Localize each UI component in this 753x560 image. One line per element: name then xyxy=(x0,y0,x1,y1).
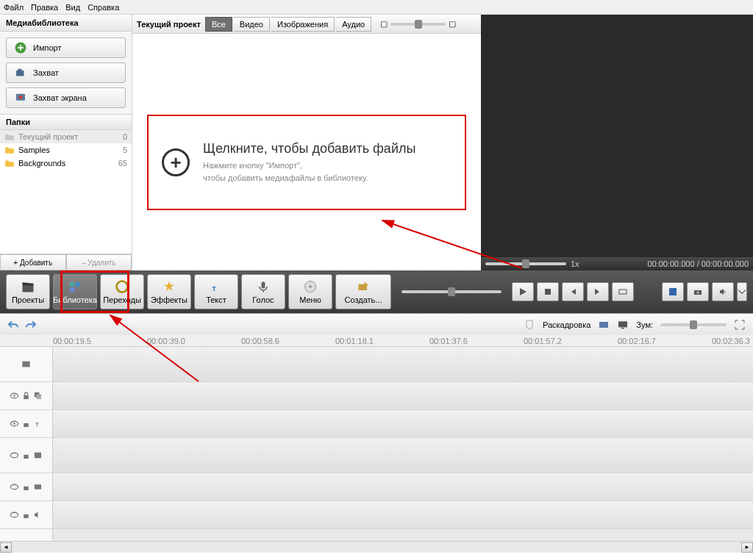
stop-button[interactable] xyxy=(537,282,559,301)
snapshot-button[interactable] xyxy=(687,282,709,301)
svg-rect-25 xyxy=(22,362,29,367)
svg-rect-12 xyxy=(262,281,265,288)
svg-point-35 xyxy=(10,453,18,458)
folder-backgrounds[interactable]: Backgrounds 65 xyxy=(0,157,132,170)
export-icon xyxy=(356,279,371,294)
lock-icon xyxy=(21,391,31,401)
library-button[interactable]: Библиотека xyxy=(53,274,97,309)
filter-audio[interactable]: Аудио xyxy=(336,17,371,32)
menu-help[interactable]: Справка xyxy=(88,3,119,12)
delete-folder-button[interactable]: – Удалить xyxy=(66,254,132,270)
filter-all[interactable]: Все xyxy=(205,17,232,32)
effects-button[interactable]: Эффекты xyxy=(147,274,191,309)
preview-seek-slider[interactable] xyxy=(485,262,566,265)
create-button[interactable]: Создать... xyxy=(335,274,391,309)
svg-point-4 xyxy=(19,96,23,99)
filter-video[interactable]: Видео xyxy=(234,17,270,32)
timeline-position-slider[interactable] xyxy=(402,290,502,293)
svg-rect-2 xyxy=(18,69,21,71)
svg-text:T: T xyxy=(212,285,216,292)
track-head-video2[interactable] xyxy=(0,438,52,473)
add-folder-button[interactable]: + Добавить xyxy=(0,254,66,270)
volume-dropdown[interactable] xyxy=(737,282,747,301)
clapboard-icon xyxy=(21,279,35,294)
horizontal-scrollbar[interactable]: ◄ ► xyxy=(0,541,753,553)
menu-view[interactable]: Вид xyxy=(65,3,80,12)
speaker-icon xyxy=(33,510,43,520)
media-area: Текущий проект Все Видео Изображения Ауд… xyxy=(132,15,481,270)
fit-zoom-icon[interactable] xyxy=(734,319,746,331)
folder-icon xyxy=(4,146,15,154)
timeline-ruler[interactable]: 00:00:19.5 00:00:39.0 00:00:58.6 00:01:1… xyxy=(0,335,753,347)
add-files-dropzone[interactable]: + Щелкните, чтобы добавить файлы Нажмите… xyxy=(147,115,466,210)
next-button[interactable] xyxy=(587,282,609,301)
svg-rect-9 xyxy=(70,288,74,292)
track-head-overlay[interactable] xyxy=(0,382,52,410)
fx-icon xyxy=(33,482,43,492)
lock-icon xyxy=(21,482,31,492)
track-row[interactable] xyxy=(53,382,753,410)
play-button[interactable] xyxy=(512,282,534,301)
transition-icon xyxy=(115,279,129,294)
monitor-icon[interactable] xyxy=(617,319,629,331)
svg-point-38 xyxy=(10,484,18,489)
next-icon xyxy=(593,287,602,296)
track-head-video-main[interactable] xyxy=(0,347,52,382)
svg-rect-22 xyxy=(599,322,608,328)
scroll-right-button[interactable]: ► xyxy=(741,542,753,553)
folder-samples[interactable]: Samples 5 xyxy=(0,143,132,157)
track-row[interactable] xyxy=(53,438,753,473)
track-row[interactable] xyxy=(53,501,753,529)
menu-edit[interactable]: Правка xyxy=(31,3,58,12)
timeline-toolbar: Раскадровка Зум: xyxy=(0,313,753,335)
track-row[interactable] xyxy=(53,347,753,382)
track-head-audio[interactable] xyxy=(0,501,52,529)
projects-button[interactable]: Проекты xyxy=(6,274,50,309)
thumb-small-icon: ▢ xyxy=(380,19,388,29)
prev-button[interactable] xyxy=(562,282,584,301)
capture-button[interactable]: Захват xyxy=(6,62,126,83)
svg-rect-6 xyxy=(23,285,34,292)
display-options-icon[interactable] xyxy=(598,319,610,331)
import-button[interactable]: Импорт xyxy=(6,37,126,58)
add-files-title: Щелкните, чтобы добавить файлы xyxy=(203,141,415,157)
speaker-icon xyxy=(718,287,727,296)
film-icon xyxy=(21,359,31,369)
svg-point-32 xyxy=(13,423,15,425)
text-button[interactable]: T Текст xyxy=(194,274,238,309)
eye-icon xyxy=(10,510,19,520)
transitions-button[interactable]: Переходы xyxy=(100,274,144,309)
thumbnail-size-slider[interactable] xyxy=(390,23,446,26)
camera-icon xyxy=(693,287,702,296)
play-icon xyxy=(518,287,527,296)
eye-icon xyxy=(10,419,19,428)
disc-icon xyxy=(303,279,318,294)
track-row[interactable] xyxy=(53,473,753,501)
track-head-text[interactable]: T xyxy=(0,410,52,438)
storyboard-label[interactable]: Раскадровка xyxy=(543,320,590,329)
filter-images[interactable]: Изображения xyxy=(271,17,335,32)
screen-capture-button[interactable]: Захват экрана xyxy=(6,87,126,108)
svg-rect-30 xyxy=(37,395,42,400)
menu-file[interactable]: Файл xyxy=(4,3,24,12)
timeline-tracks: T xyxy=(0,347,753,541)
marker-icon[interactable] xyxy=(524,319,535,331)
undo-button[interactable] xyxy=(7,319,19,331)
scroll-left-button[interactable]: ◄ xyxy=(0,542,12,553)
preview-viewport xyxy=(481,15,753,257)
svg-rect-7 xyxy=(70,282,74,287)
filmstrip-button[interactable] xyxy=(612,282,634,301)
zoom-slider[interactable] xyxy=(660,323,727,326)
main-toolbar: Проекты Библиотека Переходы Эффекты T Те… xyxy=(0,270,753,313)
track-row[interactable] xyxy=(53,410,753,438)
lock-icon xyxy=(21,510,31,520)
track-head-effect[interactable] xyxy=(0,473,52,501)
folder-current-project[interactable]: Текущий проект 0 xyxy=(0,130,132,143)
redo-button[interactable] xyxy=(25,319,37,331)
fullscreen-button[interactable] xyxy=(662,282,684,301)
volume-button[interactable] xyxy=(712,282,734,301)
filter-label: Текущий проект xyxy=(137,20,201,29)
voice-button[interactable]: Голос xyxy=(241,274,285,309)
menu-button[interactable]: Меню xyxy=(288,274,332,309)
prev-icon xyxy=(568,287,577,296)
